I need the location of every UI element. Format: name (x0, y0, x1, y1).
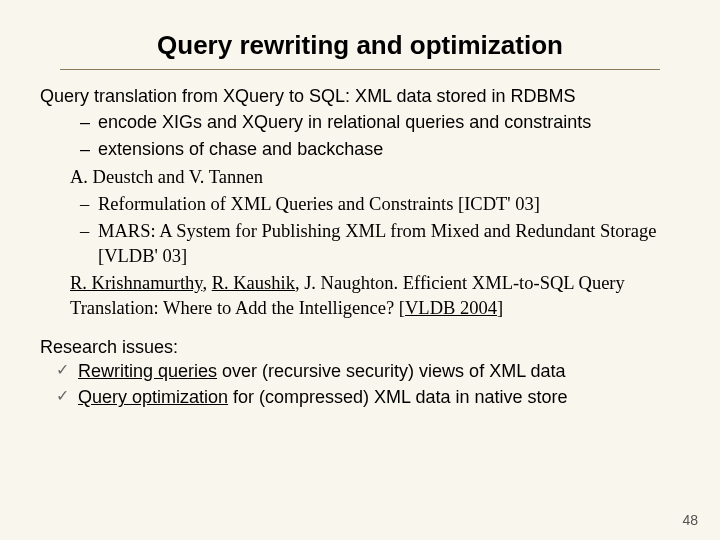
dash-item: encode XIGs and XQuery in relational que… (80, 110, 680, 134)
serif-item-text: Reformulation of XML Queries and Constra… (98, 194, 540, 214)
slide: Query rewriting and optimization Query t… (0, 0, 720, 540)
title-divider (60, 69, 660, 70)
sep: , (202, 273, 211, 293)
dash-item-text: encode XIGs and XQuery in relational que… (98, 112, 591, 132)
check-item: Rewriting queries over (recursive securi… (56, 359, 680, 383)
reference-link[interactable]: VLDB 2004 (405, 298, 497, 318)
serif-block: A. Deustch and V. Tannen Reformulation o… (40, 165, 680, 321)
author-underlined: R. Kaushik (212, 273, 295, 293)
reference-line: R. Krishnamurthy, R. Kaushik, J. Naughto… (40, 271, 680, 321)
dash-item: extensions of chase and backchase (80, 137, 680, 161)
check-list: Rewriting queries over (recursive securi… (40, 359, 680, 410)
check-underlined: Query optimization (78, 387, 228, 407)
research-section: Research issues: Rewriting queries over … (40, 335, 680, 410)
ref-text: ] (497, 298, 503, 318)
check-text: for (compressed) XML data in native stor… (228, 387, 567, 407)
serif-item-text: MARS: A System for Publishing XML from M… (98, 221, 656, 266)
serif-item: MARS: A System for Publishing XML from M… (80, 219, 680, 269)
authors-line: A. Deustch and V. Tannen (40, 165, 680, 190)
serif-item: Reformulation of XML Queries and Constra… (80, 192, 680, 217)
check-text: over (recursive security) views of XML d… (217, 361, 565, 381)
lead-text: Query translation from XQuery to SQL: XM… (40, 84, 680, 108)
check-underlined: Rewriting queries (78, 361, 217, 381)
dash-item-text: extensions of chase and backchase (98, 139, 383, 159)
serif-dash-list: Reformulation of XML Queries and Constra… (40, 192, 680, 269)
author-underlined: R. Krishnamurthy (70, 273, 202, 293)
dash-list: encode XIGs and XQuery in relational que… (40, 110, 680, 161)
check-item: Query optimization for (compressed) XML … (56, 385, 680, 409)
content-area: Query translation from XQuery to SQL: XM… (40, 84, 680, 410)
slide-title: Query rewriting and optimization (40, 30, 680, 61)
research-title: Research issues: (40, 335, 680, 359)
page-number: 48 (682, 512, 698, 528)
